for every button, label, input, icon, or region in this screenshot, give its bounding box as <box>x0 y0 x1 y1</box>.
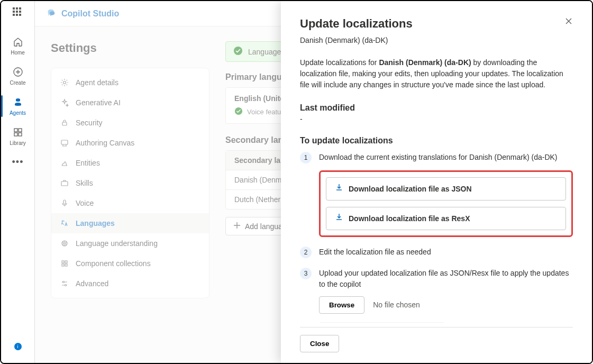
download-resx-label: Download localization file as ResX <box>349 213 470 224</box>
download-icon <box>335 183 343 195</box>
rail-label: Home <box>11 50 25 56</box>
main: Copilot Studio Settings Agent details Ge… <box>35 1 592 363</box>
library-icon <box>12 126 24 138</box>
step-number: 3 <box>300 268 312 279</box>
svg-rect-4 <box>19 133 22 136</box>
info-icon[interactable]: i <box>14 343 22 350</box>
svg-rect-2 <box>19 129 22 132</box>
rail-agents[interactable]: Agents <box>1 91 34 121</box>
steps-heading: To update localizations <box>300 136 573 145</box>
intro-text: Update localizations for Danish (Denmark… <box>300 57 573 90</box>
left-rail: Home Create Agents Library ••• i <box>1 1 35 363</box>
rail-library[interactable]: Library <box>1 121 34 151</box>
step-2: 2 Edit the localization file as needed <box>300 247 573 258</box>
step-1: 1 Download the current existing translat… <box>300 152 573 237</box>
last-modified-heading: Last modified <box>300 103 573 113</box>
last-modified-value: - <box>300 115 573 123</box>
close-icon[interactable] <box>564 17 573 28</box>
svg-rect-3 <box>14 133 17 136</box>
step-number: 1 <box>300 152 312 163</box>
download-icon <box>335 213 343 224</box>
waffle-icon[interactable] <box>13 7 23 18</box>
rail-home[interactable]: Home <box>1 31 34 61</box>
rail-label: Agents <box>10 110 26 116</box>
upload-button-disabled: Upload translation updates <box>319 322 445 323</box>
rail-create[interactable]: Create <box>1 61 34 91</box>
download-resx-button[interactable]: Download localization file as ResX <box>326 207 566 230</box>
step-text: Download the current existing translatio… <box>319 153 558 161</box>
ellipsis-icon: ••• <box>12 157 24 168</box>
update-localizations-panel: Update localizations Danish (Denmark) (d… <box>281 1 592 363</box>
rail-label: Create <box>10 80 25 86</box>
svg-rect-1 <box>14 129 17 132</box>
no-file-text: No file chosen <box>373 299 420 311</box>
plus-circle-icon <box>12 66 24 78</box>
step-3: 3 Upload your updated localization file … <box>300 268 573 323</box>
step-text: Upload your updated localization file as… <box>319 269 569 288</box>
download-highlight: Download localization file as JSON Downl… <box>319 170 573 237</box>
panel-subtitle: Danish (Denmark) (da-DK) <box>300 36 413 44</box>
panel-title: Update localizations <box>300 17 413 31</box>
close-button[interactable]: Close <box>300 335 339 352</box>
agent-icon <box>12 96 24 108</box>
rail-label: Library <box>10 140 26 146</box>
rail-more[interactable]: ••• <box>1 151 34 173</box>
download-json-button[interactable]: Download localization file as JSON <box>326 177 566 201</box>
home-icon <box>12 36 24 48</box>
step-text: Edit the localization file as needed <box>319 247 573 258</box>
download-json-label: Download localization file as JSON <box>349 184 472 195</box>
step-number: 2 <box>300 247 312 258</box>
browse-button[interactable]: Browse <box>319 296 364 314</box>
